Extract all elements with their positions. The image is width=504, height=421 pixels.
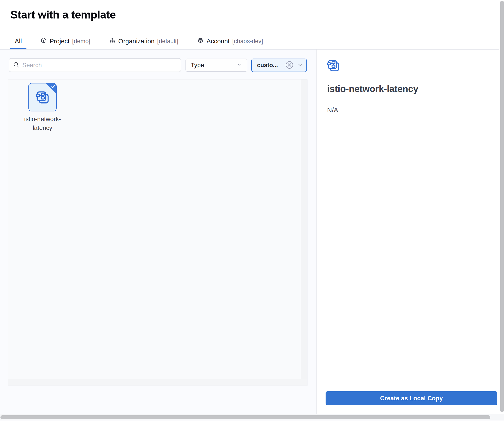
- template-grid: istio-network- latency: [8, 79, 307, 386]
- create-as-local-copy-button[interactable]: Create as Local Copy: [326, 391, 497, 405]
- template-card-label: istio-network- latency: [12, 115, 73, 132]
- tab-organization-scope: [default]: [157, 38, 178, 45]
- tab-organization[interactable]: Organization [default]: [104, 33, 183, 49]
- tab-all[interactable]: All: [10, 33, 27, 49]
- page-bottom-edge: [0, 420, 504, 421]
- template-detail-description: N/A: [327, 106, 338, 114]
- clear-filter-icon[interactable]: [285, 60, 294, 70]
- tab-project-label: Project: [50, 38, 69, 45]
- tab-organization-label: Organization: [118, 38, 154, 45]
- template-detail-title: istio-network-latency: [327, 84, 418, 94]
- search-input-wrapper: [9, 58, 181, 72]
- search-icon: [13, 61, 20, 69]
- template-browser-panel: Type custo...: [0, 50, 317, 414]
- chevron-down-icon: [297, 62, 303, 68]
- page-horizontal-scrollbar-thumb[interactable]: [0, 415, 490, 419]
- template-details-panel: istio-network-latency N/A Create as Loca…: [317, 50, 499, 414]
- grid-horizontal-scrollbar[interactable]: [8, 379, 307, 385]
- search-input[interactable]: [22, 62, 177, 69]
- template-card-istio-network-latency[interactable]: [28, 83, 57, 111]
- grid-vertical-scrollbar[interactable]: [301, 79, 307, 379]
- tab-all-label: All: [15, 38, 22, 45]
- page-title: Start with a template: [10, 8, 116, 21]
- custom-filter-dropdown[interactable]: custo...: [251, 59, 307, 72]
- page-vertical-scrollbar-thumb[interactable]: [500, 1, 504, 412]
- cube-icon: [40, 37, 47, 45]
- type-filter-dropdown[interactable]: Type: [186, 59, 247, 72]
- tab-project-scope: [demo]: [72, 38, 90, 45]
- selected-corner-badge: [46, 83, 56, 94]
- template-stack-icon: [327, 59, 340, 73]
- tab-account-scope: [chaos-dev]: [232, 38, 263, 45]
- custom-filter-value: custo...: [257, 62, 282, 69]
- tab-project[interactable]: Project [demo]: [36, 33, 95, 49]
- chevron-down-icon: [236, 62, 242, 69]
- tab-account-label: Account: [207, 38, 230, 45]
- tab-account[interactable]: Account [chaos-dev]: [192, 33, 268, 49]
- scope-tabbar: All Project [demo] Organization [defau: [10, 33, 268, 49]
- sitemap-icon: [109, 37, 116, 45]
- check-icon: [50, 84, 56, 89]
- layers-icon: [197, 37, 204, 46]
- type-filter-label: Type: [191, 62, 204, 69]
